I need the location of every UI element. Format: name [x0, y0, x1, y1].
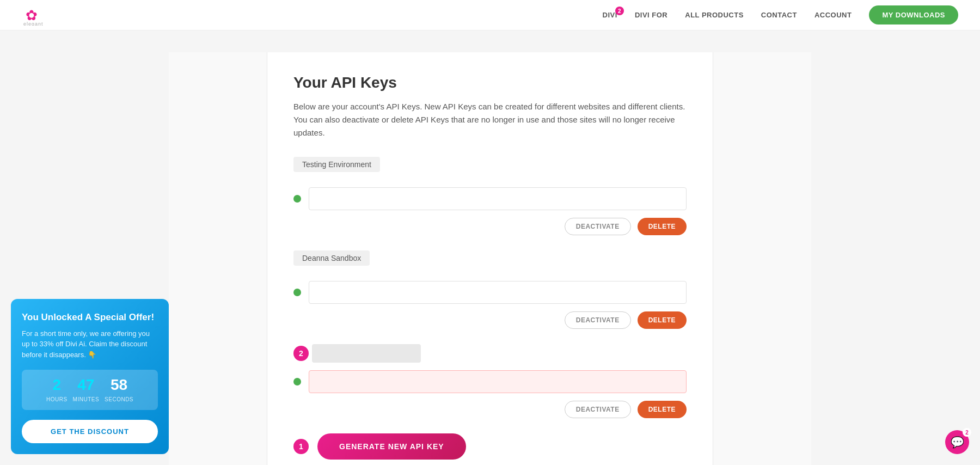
deactivate-button-2[interactable]: DEACTIVATE — [565, 401, 631, 418]
promo-title: You Unlocked A Special Offer! — [22, 312, 158, 323]
nav-contact[interactable]: CONTACT — [761, 11, 797, 19]
promo-description: For a short time only, we are offering y… — [22, 328, 158, 360]
api-entry-name-input-2[interactable] — [312, 344, 421, 363]
api-key-row-0 — [293, 187, 687, 210]
content-area: Your API Keys Below are your account's A… — [267, 52, 713, 465]
deactivate-button-1[interactable]: DEACTIVATE — [565, 311, 631, 329]
status-dot-1 — [293, 289, 301, 296]
api-key-actions-0: DEACTIVATE DELETE — [293, 218, 687, 235]
api-key-input-2[interactable] — [309, 370, 687, 393]
header: ✿ elegant DIVI 2 DIVI FOR ALL PRODUCTS C… — [0, 0, 980, 30]
deactivate-button-0[interactable]: DEACTIVATE — [565, 218, 631, 235]
entry-header-0: Testing Environment — [293, 157, 687, 180]
chat-bubble[interactable]: 💬 2 — [945, 430, 969, 454]
svg-text:elegant: elegant — [23, 21, 44, 26]
api-key-row-2 — [293, 370, 687, 393]
logo-svg: ✿ elegant — [22, 5, 48, 26]
sidebar-right — [713, 52, 811, 465]
promo-timer: 2 HOURS 47 MINUTES 58 SECONDS — [22, 370, 158, 410]
api-key-input-1[interactable] — [309, 281, 687, 304]
chat-icon: 💬 — [951, 436, 964, 449]
api-entry-name-0: Testing Environment — [293, 157, 380, 172]
api-entry-0: Testing Environment DEACTIVATE DELETE — [293, 157, 687, 235]
nav-account[interactable]: ACCOUNT — [814, 11, 852, 19]
status-dot-2 — [293, 378, 301, 386]
my-downloads-button[interactable]: MY DOWNLOADS — [869, 5, 958, 25]
api-entry-2: 2 DEACTIVATE DELETE — [293, 344, 687, 418]
timer-seconds-value: 58 — [105, 376, 133, 394]
timer-seconds: 58 SECONDS — [105, 376, 133, 403]
logo-icon: ✿ elegant — [22, 4, 49, 26]
timer-seconds-label: SECONDS — [105, 396, 133, 402]
generate-row: 1 GENERATE NEW API KEY — [293, 433, 687, 460]
divi-badge: 2 — [615, 7, 624, 15]
status-dot-0 — [293, 195, 301, 203]
promo-card: You Unlocked A Special Offer! For a shor… — [11, 299, 169, 455]
entry-header-2: 2 — [293, 344, 687, 363]
delete-button-1[interactable]: DELETE — [638, 311, 687, 329]
page-description: Below are your account's API Keys. New A… — [293, 100, 687, 139]
api-key-actions-1: DEACTIVATE DELETE — [293, 311, 687, 329]
logo: ✿ elegant — [22, 4, 49, 26]
chat-badge: 2 — [963, 428, 971, 437]
timer-hours-value: 2 — [46, 376, 68, 394]
nav-divi[interactable]: DIVI 2 — [603, 11, 617, 19]
timer-minutes-value: 47 — [73, 376, 100, 394]
timer-minutes: 47 MINUTES — [73, 376, 100, 403]
page-title: Your API Keys — [293, 74, 687, 91]
entry-header-1: Deanna Sandbox — [293, 250, 687, 273]
nav-divi-for[interactable]: DIVI FOR — [635, 11, 667, 19]
nav-all-products[interactable]: ALL PRODUCTS — [685, 11, 744, 19]
generate-api-key-button[interactable]: GENERATE NEW API KEY — [317, 433, 466, 460]
api-entry-name-1: Deanna Sandbox — [293, 250, 370, 266]
timer-hours-label: HOURS — [46, 396, 68, 402]
api-key-row-1 — [293, 281, 687, 304]
entry-badge-2: 2 — [293, 346, 309, 361]
sidebar-left — [169, 52, 267, 465]
api-entry-1: Deanna Sandbox DEACTIVATE DELETE — [293, 250, 687, 329]
timer-minutes-label: MINUTES — [73, 396, 100, 402]
delete-button-2[interactable]: DELETE — [638, 401, 687, 418]
timer-hours: 2 HOURS — [46, 376, 68, 403]
main-nav: DIVI 2 DIVI FOR ALL PRODUCTS CONTACT ACC… — [603, 5, 958, 25]
delete-button-0[interactable]: DELETE — [638, 218, 687, 235]
get-discount-button[interactable]: GET THE DISCOUNT — [22, 420, 158, 443]
generate-badge: 1 — [293, 439, 309, 454]
api-key-input-0[interactable] — [309, 187, 687, 210]
api-key-actions-2: DEACTIVATE DELETE — [293, 401, 687, 418]
